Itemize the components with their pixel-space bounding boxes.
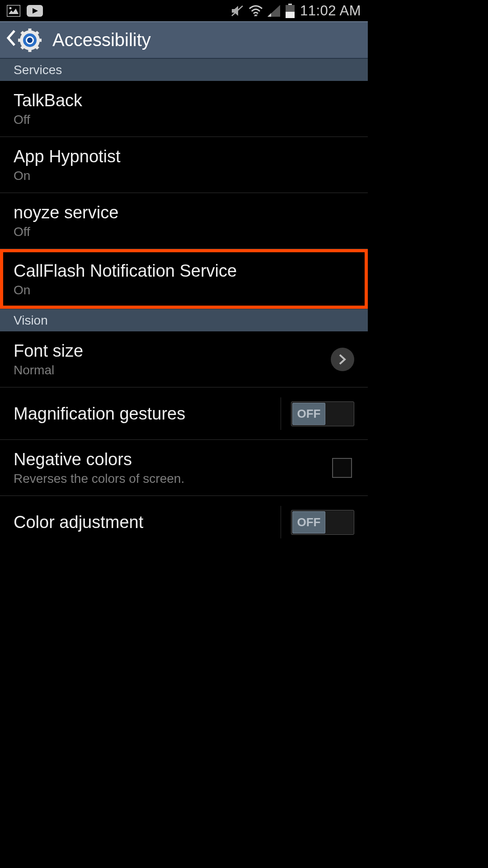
section-label: Vision <box>14 313 48 328</box>
item-subtitle: Reverses the colors of screen. <box>14 472 184 486</box>
item-title: noyze service <box>14 203 118 222</box>
item-subtitle: On <box>14 283 237 297</box>
svg-rect-14 <box>286 12 295 18</box>
chevron-right-icon[interactable] <box>331 348 354 371</box>
item-title: App Hypnotist <box>14 147 121 166</box>
svg-marker-1 <box>9 9 19 14</box>
status-bar: 11:02 AM <box>0 0 368 21</box>
list-item-magnification[interactable]: Magnification gestures OFF <box>0 387 368 440</box>
item-title: Magnification gestures <box>14 404 185 424</box>
list-item-negative-colors[interactable]: Negative colors Reverses the colors of s… <box>0 440 368 496</box>
svg-point-7 <box>255 14 257 16</box>
item-title: Negative colors <box>14 450 184 469</box>
wifi-icon <box>249 5 263 17</box>
svg-marker-9 <box>257 14 258 17</box>
svg-marker-11 <box>267 13 271 17</box>
item-title: CallFlash Notification Service <box>14 261 237 281</box>
svg-point-2 <box>9 7 12 9</box>
item-title: TalkBack <box>14 91 82 110</box>
list-item-callflash[interactable]: CallFlash Notification Service On <box>0 249 368 309</box>
item-subtitle: Off <box>14 225 118 239</box>
section-header-vision: Vision <box>0 309 368 331</box>
back-chevron-icon <box>5 29 16 51</box>
item-subtitle: On <box>14 169 121 183</box>
list-item-noyze-service[interactable]: noyze service Off <box>0 193 368 249</box>
svg-rect-0 <box>7 5 20 17</box>
list-item-talkback[interactable]: TalkBack Off <box>0 81 368 137</box>
youtube-icon <box>27 5 43 17</box>
battery-icon <box>285 4 296 18</box>
toggle-color-adjustment[interactable]: OFF <box>291 510 354 535</box>
item-subtitle: Off <box>14 113 82 127</box>
header-bar: Accessibility <box>0 21 368 58</box>
back-button[interactable] <box>5 28 42 52</box>
checkbox-negative-colors[interactable] <box>332 458 352 478</box>
signal-icon <box>267 5 280 17</box>
list-item-color-adjustment[interactable]: Color adjustment OFF <box>0 496 368 548</box>
page-title: Accessibility <box>52 30 151 50</box>
svg-rect-16 <box>28 28 32 32</box>
svg-rect-20 <box>28 48 32 52</box>
mute-icon <box>230 5 244 17</box>
item-subtitle: Normal <box>14 363 83 377</box>
section-header-services: Services <box>0 58 368 81</box>
toggle-label: OFF <box>297 407 321 421</box>
list-item-font-size[interactable]: Font size Normal <box>0 331 368 387</box>
item-title: Color adjustment <box>14 513 143 532</box>
svg-rect-12 <box>288 4 292 5</box>
settings-gear-icon <box>18 28 42 52</box>
item-title: Font size <box>14 341 83 361</box>
svg-point-26 <box>27 38 33 43</box>
svg-marker-8 <box>254 14 255 17</box>
toggle-magnification[interactable]: OFF <box>291 401 354 426</box>
list-item-app-hypnotist[interactable]: App Hypnotist On <box>0 137 368 193</box>
svg-rect-22 <box>18 38 22 42</box>
svg-rect-18 <box>38 38 42 42</box>
picture-icon <box>7 5 20 17</box>
status-time: 11:02 AM <box>300 3 361 19</box>
toggle-label: OFF <box>297 515 321 529</box>
section-label: Services <box>14 63 62 77</box>
